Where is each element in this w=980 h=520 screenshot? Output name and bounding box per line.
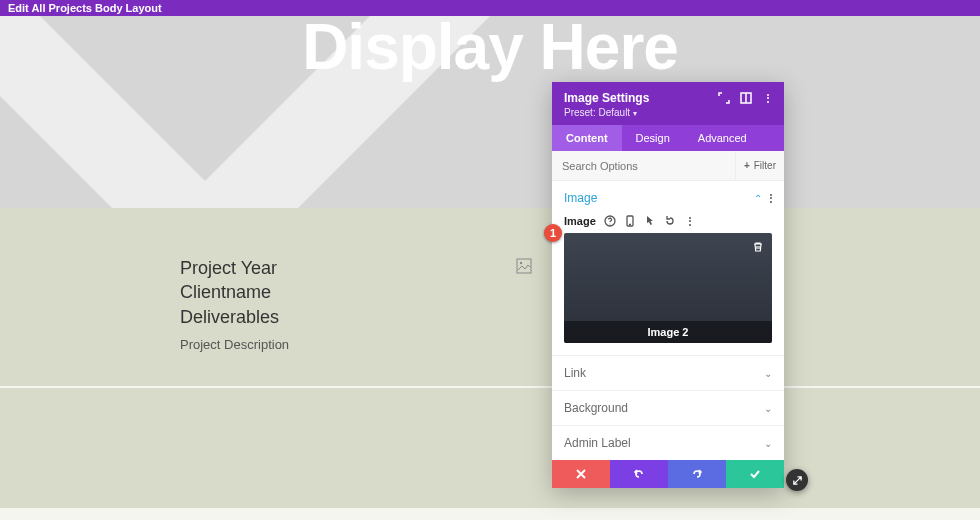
search-input[interactable] bbox=[552, 160, 735, 172]
chevron-down-icon: ⌄ bbox=[764, 438, 772, 449]
modal-preset[interactable]: Preset: Default ▾ bbox=[564, 107, 772, 118]
image-field-row: Image bbox=[564, 215, 772, 227]
accordion-admin-label-title: Admin Label bbox=[564, 436, 631, 450]
modal-search-row: +Filter bbox=[552, 151, 784, 181]
field-more-icon[interactable] bbox=[684, 215, 696, 227]
hero-title: Display Here bbox=[0, 16, 980, 84]
chevron-up-icon: ⌃ bbox=[754, 193, 762, 204]
image-upload-area[interactable]: Image 2 bbox=[564, 233, 772, 343]
tab-advanced[interactable]: Advanced bbox=[684, 125, 761, 151]
modal-tabs: Content Design Advanced bbox=[552, 125, 784, 151]
columns-icon[interactable] bbox=[740, 92, 752, 104]
help-icon[interactable] bbox=[604, 215, 616, 227]
breadcrumb-title: Edit All Projects Body Layout bbox=[8, 2, 162, 14]
top-breadcrumb-bar: Edit All Projects Body Layout bbox=[0, 0, 980, 16]
content-band-upper bbox=[0, 208, 980, 388]
trash-icon[interactable] bbox=[752, 239, 764, 257]
image-field-label: Image bbox=[564, 215, 596, 227]
accordion-image: Image ⌃ Image Image 2 bbox=[552, 181, 784, 356]
tab-content[interactable]: Content bbox=[552, 125, 622, 151]
project-client: Clientname bbox=[180, 280, 289, 304]
image-settings-modal: Image Settings Preset: Default ▾ Content… bbox=[552, 82, 784, 488]
accordion-background-title: Background bbox=[564, 401, 628, 415]
modal-footer bbox=[552, 460, 784, 488]
hover-icon[interactable] bbox=[644, 215, 656, 227]
project-year: Project Year bbox=[180, 256, 289, 280]
section-more-icon[interactable] bbox=[770, 194, 772, 203]
chevron-down-icon: ⌄ bbox=[764, 403, 772, 414]
modal-header[interactable]: Image Settings Preset: Default ▾ bbox=[552, 82, 784, 125]
accordion-admin-label-header[interactable]: Admin Label ⌄ bbox=[552, 426, 784, 460]
accordion-image-header[interactable]: Image ⌃ bbox=[552, 181, 784, 215]
svg-point-8 bbox=[609, 224, 610, 225]
accordion-background-header[interactable]: Background ⌄ bbox=[552, 391, 784, 425]
expand-icon[interactable] bbox=[718, 92, 730, 104]
device-icon[interactable] bbox=[624, 215, 636, 227]
accordion-link: Link ⌄ bbox=[552, 356, 784, 391]
accordion-admin-label: Admin Label ⌄ bbox=[552, 426, 784, 460]
broken-image-icon bbox=[516, 258, 532, 279]
cancel-button[interactable] bbox=[552, 460, 610, 488]
chevron-down-icon: ⌄ bbox=[764, 368, 772, 379]
more-icon[interactable] bbox=[762, 92, 774, 104]
upload-label: Image 2 bbox=[564, 321, 772, 343]
project-description: Project Description bbox=[180, 337, 289, 352]
accordion-background: Background ⌄ bbox=[552, 391, 784, 426]
accordion-link-header[interactable]: Link ⌄ bbox=[552, 356, 784, 390]
reset-icon[interactable] bbox=[664, 215, 676, 227]
save-button[interactable] bbox=[726, 460, 784, 488]
content-band-lower bbox=[0, 388, 980, 508]
accordion-link-title: Link bbox=[564, 366, 586, 380]
drag-handle-fab[interactable] bbox=[786, 469, 808, 491]
step-badge: 1 bbox=[544, 224, 562, 242]
project-meta: Project Year Clientname Deliverables Pro… bbox=[180, 256, 289, 352]
accordion-image-title: Image bbox=[564, 191, 597, 205]
svg-point-4 bbox=[520, 262, 522, 264]
hero-banner: Display Here bbox=[0, 16, 980, 208]
undo-button[interactable] bbox=[610, 460, 668, 488]
tab-design[interactable]: Design bbox=[622, 125, 684, 151]
filter-button[interactable]: +Filter bbox=[735, 151, 784, 180]
redo-button[interactable] bbox=[668, 460, 726, 488]
project-deliverables: Deliverables bbox=[180, 305, 289, 329]
